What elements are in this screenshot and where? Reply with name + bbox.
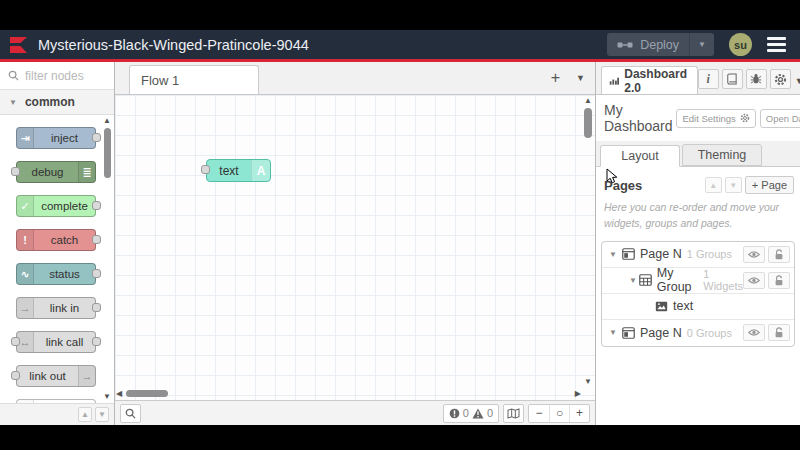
node-red-editor: Mysterious-Black-Winged-Pratincole-9044 … — [0, 30, 800, 425]
palette-node-catch[interactable]: ! catch — [16, 229, 96, 251]
deploy-label: Deploy — [640, 38, 679, 52]
scroll-right-icon[interactable]: ▶ — [575, 389, 581, 398]
move-page-up-button[interactable]: ▲ — [705, 177, 722, 193]
open-dashboard-button[interactable]: Open Dashboard — [760, 109, 800, 128]
output-port — [92, 269, 101, 278]
tree-row-page-2[interactable]: ▼ Page N 0 Groups — [602, 320, 794, 346]
palette-category-common[interactable]: ▼ common — [0, 90, 114, 115]
edit-settings-button[interactable]: Edit Settings — [676, 109, 755, 128]
output-port — [92, 235, 101, 244]
edit-settings-label: Edit Settings — [682, 113, 735, 124]
chevron-down-icon[interactable]: ▼ — [629, 276, 639, 285]
palette-scroll-down-icon[interactable]: ▼ — [103, 393, 111, 401]
map-icon — [507, 408, 520, 419]
palette-filter[interactable]: filter nodes — [0, 62, 114, 90]
output-port — [92, 201, 101, 210]
add-page-button[interactable]: + Page — [745, 176, 794, 194]
tree-row-actions — [743, 272, 790, 289]
deploy-button[interactable]: Deploy ▼ — [607, 33, 714, 56]
tab-flow-1[interactable]: Flow 1 — [129, 65, 259, 94]
tree-item-label: Page N — [640, 326, 682, 340]
palette-node-link-in[interactable]: → link in — [16, 297, 96, 319]
tab-dashboard-2[interactable]: Dashboard 2.0 — [601, 66, 698, 94]
scroll-up-icon[interactable]: ▲ — [584, 96, 592, 105]
link-out-icon: → — [78, 366, 95, 386]
tree-row-actions — [743, 246, 790, 263]
search-flows-button[interactable] — [120, 404, 141, 423]
header-actions: Deploy ▼ su — [607, 33, 800, 56]
visibility-button[interactable] — [743, 324, 765, 341]
tree-item-meta: 0 Groups — [687, 327, 732, 339]
user-avatar[interactable]: su — [729, 33, 752, 56]
palette-scroll-up-icon[interactable]: ▲ — [103, 117, 111, 125]
chevron-down-icon[interactable]: ▼ — [609, 328, 622, 337]
flowfuse-logo[interactable] — [0, 35, 38, 55]
tree-row-my-group[interactable]: ▼ My Group 1 Widgets — [602, 268, 794, 294]
scroll-down-icon[interactable]: ▼ — [584, 377, 592, 386]
comment-icon — [17, 400, 34, 403]
palette-node-status[interactable]: ∿ status — [16, 263, 96, 285]
navigator-button[interactable] — [503, 404, 524, 423]
tab-theming[interactable]: Theming — [682, 144, 762, 166]
flow-node-text[interactable]: text A — [206, 159, 271, 182]
flow-list-caret-icon[interactable]: ▼ — [576, 73, 585, 83]
canvas-horizontal-scrollbar[interactable]: ◀ ▶ — [116, 387, 581, 399]
notification-counts[interactable]: 0 0 — [443, 404, 499, 423]
lock-button[interactable] — [768, 272, 790, 289]
tree-item-meta: 1 Groups — [687, 248, 732, 260]
palette-node-link-out[interactable]: link out → — [16, 365, 96, 387]
output-port — [92, 133, 101, 142]
palette-node-debug[interactable]: debug ≣ — [16, 161, 96, 183]
visibility-button[interactable] — [743, 246, 765, 263]
expand-categories-button[interactable]: ▼ — [95, 407, 109, 422]
unlock-icon — [774, 327, 784, 338]
config-nodes-button[interactable] — [770, 69, 791, 89]
canvas-vertical-scrollbar[interactable]: ▲ ▼ — [582, 96, 594, 386]
visibility-button[interactable] — [743, 272, 765, 289]
catch-icon: ! — [17, 230, 34, 250]
horizontal-scroll-thumb[interactable] — [126, 390, 168, 397]
help-button[interactable] — [722, 69, 743, 89]
palette-node-list: ⇥ inject debug ≣ ✓ complete — [0, 115, 114, 403]
palette-node-link-call[interactable]: ↔ link call — [16, 331, 96, 353]
lock-button[interactable] — [768, 324, 790, 341]
input-port[interactable] — [201, 165, 210, 174]
move-page-down-button[interactable]: ▼ — [725, 177, 742, 193]
tree-row-text-widget[interactable]: text — [602, 294, 794, 320]
sidebar: Dashboard 2.0 i — [595, 62, 800, 425]
chevron-down-icon[interactable]: ▼ — [609, 250, 622, 259]
lock-button[interactable] — [768, 246, 790, 263]
scroll-left-icon[interactable]: ◀ — [116, 389, 122, 398]
footer-controls: 0 0 — [443, 404, 590, 423]
add-flow-icon[interactable]: + — [551, 69, 560, 87]
zoom-in-button[interactable]: + — [569, 405, 589, 422]
main-menu-icon[interactable] — [767, 37, 786, 52]
deploy-main[interactable]: Deploy — [607, 33, 689, 56]
bar-chart-icon — [609, 75, 619, 87]
sidebar-more-caret-icon[interactable]: ▼ — [795, 76, 800, 94]
dashboard-subtabs: Layout Theming — [596, 141, 800, 167]
collapse-categories-button[interactable]: ▲ — [78, 407, 92, 422]
palette-node-inject[interactable]: ⇥ inject — [16, 127, 96, 149]
zoom-out-button[interactable]: − — [529, 405, 549, 422]
palette-node-comment[interactable]: comment — [16, 399, 96, 403]
debug-messages-button[interactable] — [746, 69, 767, 89]
page-icon — [622, 327, 635, 339]
deploy-options-caret[interactable]: ▼ — [689, 33, 714, 56]
vertical-scroll-thumb[interactable] — [584, 108, 592, 138]
palette-node-label: inject — [34, 128, 95, 148]
tree-row-page-1[interactable]: ▼ Page N 1 Groups — [602, 242, 794, 268]
palette-node-label: complete — [34, 196, 95, 216]
warning-triangle-icon — [472, 408, 484, 419]
palette-node-complete[interactable]: ✓ complete — [16, 195, 96, 217]
zoom-reset-button[interactable]: ○ — [549, 405, 569, 422]
tab-layout[interactable]: Layout — [600, 145, 680, 167]
main-area: filter nodes ▼ common ⇥ inject debug ≣ — [0, 62, 800, 425]
palette-scrollbar[interactable] — [104, 128, 111, 178]
info-button[interactable]: i — [698, 69, 719, 89]
input-port — [11, 337, 20, 346]
palette-node-label: link call — [34, 332, 95, 352]
input-port — [11, 371, 20, 380]
flow-canvas[interactable]: text A ▲ ▼ ◀ ▶ — [115, 95, 595, 400]
tree-item-label: My Group — [657, 266, 698, 294]
